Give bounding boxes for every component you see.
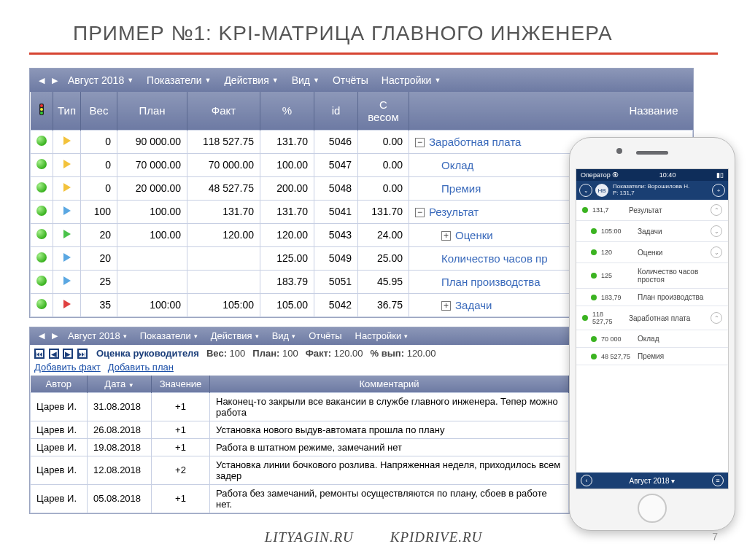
status-dot-icon xyxy=(36,252,47,262)
menu-settings[interactable]: Настройки▼ xyxy=(376,71,447,89)
add-fact-link[interactable]: Добавить факт xyxy=(34,362,101,373)
comment-cell: Установка нового выдув-автомата прошла п… xyxy=(210,421,569,438)
mobile-kpi-row[interactable]: 120Оценки⌄ xyxy=(576,242,728,263)
chevron-down-icon[interactable]: ⌄ xyxy=(711,246,722,258)
back-button[interactable]: ⌄ xyxy=(579,184,592,197)
traffic-light-icon xyxy=(39,104,44,115)
footer-left-button[interactable]: ‹ xyxy=(581,475,592,486)
id-cell: 5051 xyxy=(314,270,358,293)
footer-link-left: LITYAGIN.RU xyxy=(265,529,354,545)
mobile-kpi-row[interactable]: 183,79План производства xyxy=(576,289,728,306)
add-button[interactable]: + xyxy=(712,184,725,197)
plan-cell: 100.00 xyxy=(117,223,187,246)
menu-view[interactable]: Вид▾ xyxy=(266,327,302,344)
type-cell xyxy=(53,270,81,293)
date-cell: 26.08.2018 xyxy=(88,421,152,438)
menu-indicators[interactable]: Показатели▼ xyxy=(141,71,217,89)
prev-month-icon[interactable]: ◀ xyxy=(36,331,47,341)
comments-header-row: Автор Дата ▼ Значение Комментарий xyxy=(31,376,569,393)
next-month-icon[interactable]: ▶ xyxy=(49,331,61,341)
col-value[interactable]: Значение xyxy=(152,376,210,393)
carrier-label: Оператор ⦿ xyxy=(581,171,619,179)
mobile-kpi-row[interactable]: 131,7Результат⌃ xyxy=(576,200,728,221)
footer-right-button[interactable]: ≡ xyxy=(712,475,724,486)
pct-cell: 131.70 xyxy=(260,130,314,153)
col-id[interactable]: id xyxy=(314,92,358,130)
type-cell xyxy=(53,153,81,176)
col-fact[interactable]: Факт xyxy=(187,92,260,130)
home-button[interactable] xyxy=(638,494,667,523)
col-comment[interactable]: Комментарий xyxy=(210,376,569,393)
chevron-down-icon[interactable]: ⌄ xyxy=(711,225,722,237)
mobile-value: 70 000 xyxy=(601,335,633,343)
mobile-kpi-row[interactable]: 70 000Оклад xyxy=(576,330,728,348)
footer-month[interactable]: Август 2018 ▾ xyxy=(630,477,676,485)
month-picker[interactable]: Август 2018▾ xyxy=(62,327,133,344)
add-plan-link[interactable]: Добавить план xyxy=(108,362,174,373)
mobile-value: 105:00 xyxy=(601,228,633,235)
weight-cell: 35 xyxy=(81,293,117,316)
menu-reports[interactable]: Отчёты xyxy=(327,71,374,89)
comment-row[interactable]: Царев И.05.08.2018+1Работа без замечаний… xyxy=(31,484,569,513)
prev-month-icon[interactable]: ◀ xyxy=(36,76,47,85)
comment-cell: Работа в штатном режиме, замечаний нет xyxy=(210,438,569,456)
weight-cell: 25 xyxy=(81,270,117,293)
menu-settings[interactable]: Настройки▾ xyxy=(349,327,414,344)
expand-toggle-icon[interactable]: + xyxy=(441,301,451,311)
nav-next-icon[interactable]: ▶ xyxy=(63,349,73,359)
mobile-value: 125 xyxy=(601,272,633,279)
weight-kv: Вес: 100 xyxy=(206,348,245,359)
expand-toggle-icon[interactable]: − xyxy=(415,208,425,217)
menu-indicators[interactable]: Показатели▾ xyxy=(134,327,204,344)
col-author[interactable]: Автор xyxy=(31,376,88,393)
col-pct[interactable]: % xyxy=(260,92,314,130)
col-name[interactable]: Название xyxy=(409,92,693,130)
menu-actions[interactable]: Действия▾ xyxy=(205,327,265,344)
weighted-cell: 0.00 xyxy=(358,153,409,176)
mobile-kpi-row[interactable]: 105:00Задачи⌄ xyxy=(576,221,728,242)
type-cell xyxy=(53,176,81,200)
col-type[interactable]: Тип xyxy=(53,92,81,130)
nav-first-icon[interactable]: ⏮ xyxy=(34,349,44,359)
id-cell: 5047 xyxy=(314,153,358,176)
chevron-up-icon[interactable]: ⌃ xyxy=(711,204,722,216)
avatar[interactable]: НВ xyxy=(595,184,608,197)
pct-cell: 200.00 xyxy=(260,176,314,200)
col-status[interactable] xyxy=(31,92,53,130)
status-cell xyxy=(31,270,53,293)
mobile-kpi-row[interactable]: 118 527,75Заработная плата⌃ xyxy=(576,306,728,330)
col-date[interactable]: Дата ▼ xyxy=(88,376,152,393)
month-picker[interactable]: Август 2018▼ xyxy=(62,71,139,89)
chevron-up-icon[interactable]: ⌃ xyxy=(711,312,722,324)
expand-toggle-icon[interactable]: + xyxy=(441,231,451,241)
type-cell xyxy=(53,246,81,270)
type-triangle-icon xyxy=(63,160,71,168)
weighted-cell: 0.00 xyxy=(358,130,409,153)
header-text: Показатели: Ворошилова Н.Р: 131,7 xyxy=(611,184,709,197)
expand-toggle-icon[interactable]: − xyxy=(415,138,425,147)
pct-cell: 183.79 xyxy=(260,270,314,293)
weight-cell: 100 xyxy=(81,200,117,223)
plan-cell: 70 000.00 xyxy=(117,153,187,176)
col-weight[interactable]: Вес xyxy=(81,92,117,130)
comment-row[interactable]: Царев И.12.08.2018+2Установка линии бочк… xyxy=(31,456,569,484)
mobile-kpi-row[interactable]: 125Количество часов простоя xyxy=(576,263,728,289)
menu-view[interactable]: Вид▼ xyxy=(286,71,325,89)
nav-prev-icon[interactable]: ◀ xyxy=(49,349,59,359)
col-plan[interactable]: План xyxy=(117,92,187,130)
pct-cell: 125.00 xyxy=(260,246,314,270)
mobile-label: Задачи xyxy=(638,228,706,236)
mobile-kpi-row[interactable]: 48 527,75Премия xyxy=(576,348,728,365)
nav-last-icon[interactable]: ⏭ xyxy=(77,349,88,359)
menu-actions[interactable]: Действия▼ xyxy=(218,71,284,89)
status-dot-icon xyxy=(591,336,597,342)
mobile-value: 120 xyxy=(601,249,633,256)
status-cell xyxy=(31,153,53,176)
comment-row[interactable]: Царев И.26.08.2018+1Установка нового выд… xyxy=(31,421,569,438)
comment-row[interactable]: Царев И.19.08.2018+1Работа в штатном реж… xyxy=(31,438,569,456)
next-month-icon[interactable]: ▶ xyxy=(49,76,61,85)
menu-reports[interactable]: Отчёты xyxy=(303,327,347,344)
type-cell xyxy=(53,130,81,153)
comment-row[interactable]: Царев И.31.08.2018+1Наконец-то закрыли в… xyxy=(31,392,569,421)
col-weighted[interactable]: С весом xyxy=(358,92,409,130)
